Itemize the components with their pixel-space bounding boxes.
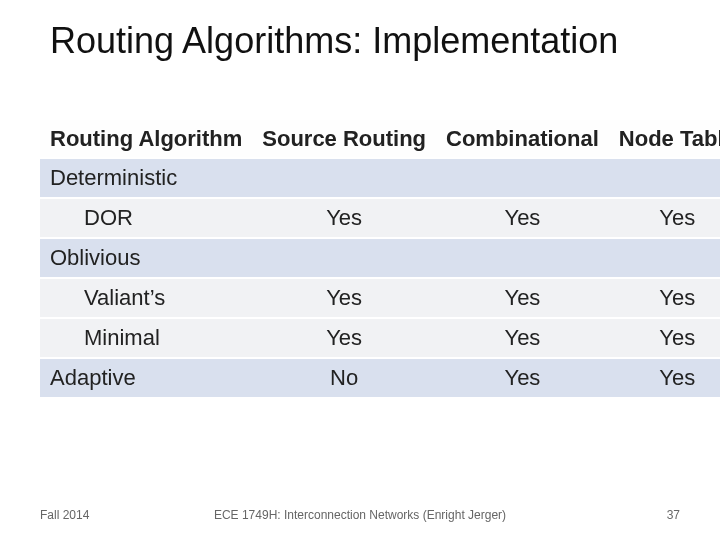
slide-footer: Fall 2014 ECE 1749H: Interconnection Net…	[40, 508, 680, 522]
cell-adaptive-combo: Yes	[436, 358, 609, 398]
cell-empty	[609, 238, 720, 278]
cell-minimal-combo: Yes	[436, 318, 609, 358]
cell-valiant-combo: Yes	[436, 278, 609, 318]
cell-empty	[252, 238, 436, 278]
header-algo: Routing Algorithm	[40, 120, 252, 158]
row-dor: DOR Yes Yes Yes	[40, 198, 720, 238]
cell-adaptive-source: No	[252, 358, 436, 398]
cell-empty	[609, 158, 720, 198]
row-minimal: Minimal Yes Yes Yes	[40, 318, 720, 358]
cell-valiant-source: Yes	[252, 278, 436, 318]
routing-table: Routing Algorithm Source Routing Combina…	[40, 120, 680, 399]
cell-minimal-node: Yes	[609, 318, 720, 358]
header-source: Source Routing	[252, 120, 436, 158]
slide-title: Routing Algorithms: Implementation	[0, 0, 720, 62]
label-deterministic: Deterministic	[40, 158, 252, 198]
cell-dor-source: Yes	[252, 198, 436, 238]
label-dor: DOR	[40, 198, 252, 238]
row-valiant: Valiant’s Yes Yes Yes	[40, 278, 720, 318]
header-combo: Combinational	[436, 120, 609, 158]
label-adaptive: Adaptive	[40, 358, 252, 398]
row-adaptive: Adaptive No Yes Yes	[40, 358, 720, 398]
footer-left: Fall 2014	[40, 508, 89, 522]
cell-adaptive-node: Yes	[609, 358, 720, 398]
cell-minimal-source: Yes	[252, 318, 436, 358]
label-oblivious: Oblivious	[40, 238, 252, 278]
footer-center: ECE 1749H: Interconnection Networks (Enr…	[40, 508, 680, 522]
slide: Routing Algorithms: Implementation Routi…	[0, 0, 720, 540]
cell-dor-combo: Yes	[436, 198, 609, 238]
row-deterministic: Deterministic	[40, 158, 720, 198]
cell-dor-node: Yes	[609, 198, 720, 238]
table: Routing Algorithm Source Routing Combina…	[40, 120, 720, 399]
label-minimal: Minimal	[40, 318, 252, 358]
cell-empty	[436, 158, 609, 198]
label-valiant: Valiant’s	[40, 278, 252, 318]
cell-empty	[252, 158, 436, 198]
cell-empty	[436, 238, 609, 278]
row-oblivious: Oblivious	[40, 238, 720, 278]
footer-page: 37	[667, 508, 680, 522]
cell-valiant-node: Yes	[609, 278, 720, 318]
table-header-row: Routing Algorithm Source Routing Combina…	[40, 120, 720, 158]
header-node: Node Table	[609, 120, 720, 158]
